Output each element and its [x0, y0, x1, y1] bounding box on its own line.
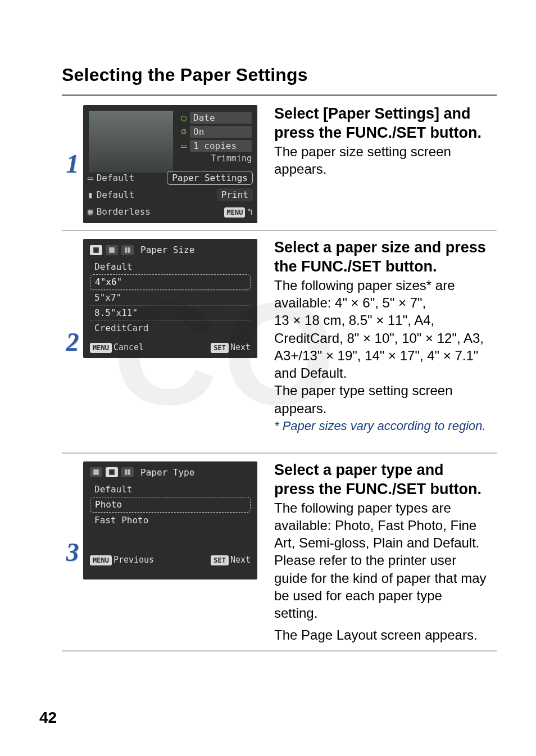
step2-body-line5: A3+/13" × 19", 14" × 17", 4" × 7.1" — [274, 347, 497, 364]
step-2-row: 2 Paper Size Default4"x6"5"x7"8.5"x11"Cr… — [62, 230, 497, 453]
on-value: On — [190, 126, 252, 138]
list-item[interactable]: Photo — [90, 497, 251, 513]
face-icon: ☺ — [178, 126, 190, 137]
menu-button-icon: MENU — [90, 555, 112, 565]
layout-tab-icon[interactable] — [121, 467, 134, 477]
step2-body-line1: The following paper sizes* are — [274, 277, 497, 293]
list-item[interactable]: Default — [90, 260, 251, 274]
next-button[interactable]: SETNext — [211, 555, 251, 565]
step-number-1: 1 — [62, 151, 83, 177]
paper-size-tab-title: Paper Size — [140, 245, 194, 255]
svg-rect-7 — [128, 470, 130, 476]
thumbnail-image — [89, 111, 173, 173]
layout-borderless: Borderless — [97, 206, 151, 217]
step3-body-line5: guide for the kind of paper that may — [274, 570, 497, 586]
paper-size-tab-icon[interactable] — [90, 467, 102, 477]
step3-body-line6: be used for each paper type — [274, 587, 497, 604]
step2-body-line8: appears. — [274, 400, 497, 417]
paper-size-screenshot: Paper Size Default4"x6"5"x7"8.5"x11"Cred… — [83, 239, 257, 358]
copies-value: 1 copies — [190, 140, 252, 152]
paper-type-tab-icon[interactable] — [106, 467, 118, 477]
step2-footnote: * Paper sizes vary according to region. — [274, 419, 497, 433]
step1-heading-line2: press the FUNC./SET button. — [274, 124, 497, 142]
paper-type-tab-title: Paper Type — [140, 467, 194, 478]
step3-body-line4: Please refer to the printer user — [274, 552, 497, 568]
print-button[interactable]: Print — [217, 188, 253, 201]
paper-size-default: Default — [97, 173, 134, 183]
print-preview-screenshot: ◯ Date ☺ On ▭ 1 copies Trimming — [83, 105, 257, 223]
next-button[interactable]: SETNext — [211, 342, 251, 352]
menu-button-icon: MENU — [90, 343, 112, 353]
layout-tab-icon[interactable] — [121, 245, 134, 255]
date-value: Date — [190, 112, 252, 124]
step2-body-line7: The paper type setting screen — [274, 382, 497, 399]
step3-body-line1: The following paper types are — [274, 500, 497, 516]
next-label: Next — [230, 555, 251, 565]
set-button-icon: SET — [211, 555, 229, 565]
previous-label: Previous — [113, 555, 154, 565]
list-item[interactable]: Fast Photo — [90, 513, 251, 528]
step-number-3: 3 — [62, 540, 83, 565]
svg-rect-6 — [125, 470, 127, 476]
title-rule — [62, 94, 497, 96]
paper-type-tab-icon[interactable] — [106, 245, 118, 255]
list-item[interactable]: 5"x7" — [90, 290, 251, 305]
paper-settings-button[interactable]: Paper Settings — [167, 171, 253, 185]
step1-body-line1: The paper size setting screen — [274, 143, 497, 160]
menu-back-button[interactable]: MENU↰ — [224, 206, 253, 217]
step1-body-line2: appears. — [274, 161, 497, 177]
menu-icon: MENU — [224, 207, 245, 218]
date-icon: ◯ — [178, 112, 190, 123]
step-number-2: 2 — [62, 329, 83, 355]
previous-button[interactable]: MENUPrevious — [90, 555, 154, 565]
step3-heading-line1: Select a paper type and — [274, 461, 497, 479]
paper-type-default: Default — [97, 189, 134, 200]
page-number: 42 — [39, 709, 57, 727]
layout-icon-label: ▦ Borderless — [88, 206, 151, 217]
step-1-row: 1 ◯ Date ☺ On ▭ — [62, 97, 497, 230]
list-item[interactable]: 4"x6" — [90, 274, 251, 290]
trimming-label: Trimming — [178, 153, 252, 164]
svg-rect-4 — [93, 470, 99, 476]
svg-rect-3 — [128, 247, 130, 253]
paper-size-icon-label: ▭ Default — [88, 173, 134, 183]
svg-rect-2 — [125, 247, 127, 253]
step1-heading-line1: Select [Paper Settings] and — [274, 105, 497, 123]
step2-heading-line1: Select a paper size and press — [274, 239, 497, 257]
page-title: Selecting the Paper Settings — [62, 65, 497, 85]
steps-table: 1 ◯ Date ☺ On ▭ — [62, 97, 497, 651]
step3-heading-line2: press the FUNC./SET button. — [274, 481, 497, 499]
step-3-row: 3 Paper Type DefaultPhotoFast Photo MENU… — [62, 453, 497, 651]
set-button-icon: SET — [211, 343, 229, 353]
step3-body-line8: The Page Layout screen appears. — [274, 627, 497, 643]
svg-rect-5 — [109, 470, 115, 476]
paper-type-icon-label: ▮ Default — [88, 189, 134, 200]
copies-icon: ▭ — [178, 141, 190, 151]
step2-heading-line2: the FUNC./SET button. — [274, 258, 497, 276]
step2-body-line4: CreditCard, 8" × 10", 10" × 12", A3, — [274, 330, 497, 346]
step2-body-line3: 13 × 18 cm, 8.5" × 11", A4, — [274, 312, 497, 328]
cancel-button[interactable]: MENUCancel — [90, 342, 144, 352]
list-item[interactable]: 8.5"x11" — [90, 305, 251, 320]
step3-body-line3: Art, Semi-gloss, Plain and Default. — [274, 535, 497, 551]
paper-type-screenshot: Paper Type DefaultPhotoFast Photo MENUPr… — [83, 461, 257, 580]
paper-size-tab-icon[interactable] — [90, 245, 102, 255]
svg-rect-0 — [93, 247, 99, 253]
list-item[interactable]: CreditCard — [90, 320, 251, 336]
svg-rect-1 — [109, 247, 115, 253]
step3-body-line2: available: Photo, Fast Photo, Fine — [274, 517, 497, 533]
list-item[interactable]: Default — [90, 482, 251, 497]
step2-body-line2: available: 4" × 6", 5" × 7", — [274, 295, 497, 311]
next-label: Next — [230, 342, 251, 352]
step2-body-line6: and Default. — [274, 365, 497, 381]
step3-body-line7: setting. — [274, 605, 497, 621]
cancel-label: Cancel — [113, 342, 144, 352]
